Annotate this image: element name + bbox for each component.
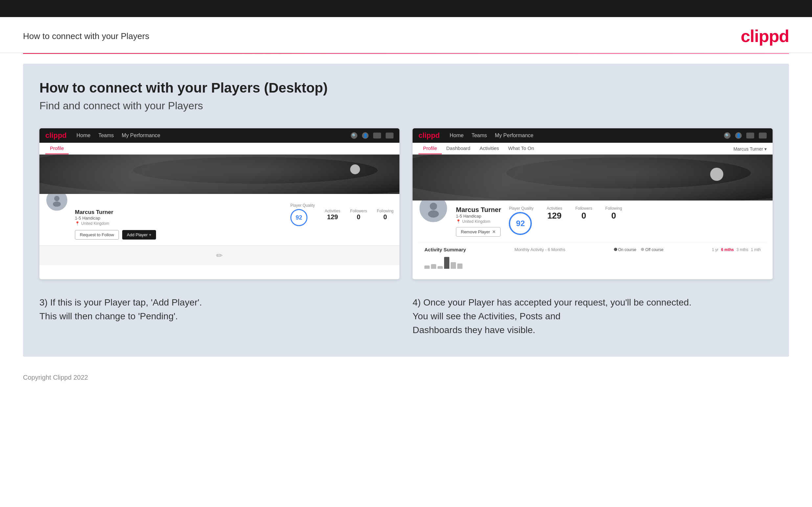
right-stat-activities: Activities 129: [547, 206, 562, 221]
section-subtitle: Find and connect with your Players: [39, 100, 773, 112]
golf-ball-right: [710, 168, 723, 181]
right-hero: [413, 155, 773, 201]
request-follow-button[interactable]: Request to Follow: [75, 230, 119, 239]
remove-x-icon: ✕: [492, 229, 496, 234]
left-stat-quality: Player Quality 92: [290, 203, 315, 226]
captions-row: 3) If this is your Player tap, 'Add Play…: [39, 296, 773, 337]
bar-3: [438, 266, 443, 269]
right-location: 📍 United Kingdom: [456, 219, 501, 224]
pencil-icon: ✏: [216, 251, 223, 260]
left-profile-buttons: Request to Follow Add Player +: [75, 230, 394, 239]
left-navbar: clippd Home Teams My Performance 🔍 👤: [39, 128, 399, 143]
left-nav-teams[interactable]: Teams: [98, 132, 114, 138]
filter-3mths[interactable]: 3 mths: [737, 247, 748, 252]
left-profile-content: Marcus Turner 1-5 Handicap 📍 United King…: [39, 194, 399, 245]
tab-what-to-on-right[interactable]: What To On: [504, 143, 539, 154]
left-profile-info: Marcus Turner 1-5 Handicap 📍 United King…: [75, 199, 113, 226]
left-stat-following: Following 0: [377, 209, 394, 221]
left-nav-links: Home Teams My Performance: [77, 132, 351, 138]
clippd-logo: clippd: [741, 26, 789, 46]
left-stats-row: Player Quality 92 Activities 129: [290, 203, 394, 226]
left-nav-performance[interactable]: My Performance: [122, 132, 160, 138]
right-profile-content: Marcus Turner 1-5 Handicap 📍 United King…: [413, 201, 773, 279]
right-navbar: clippd Home Teams My Performance 🔍 👤: [413, 128, 773, 143]
right-quality-circle: 92: [509, 212, 532, 235]
tab-activities-right[interactable]: Activities: [475, 143, 504, 154]
bar-6: [457, 264, 462, 269]
avatar-svg: [50, 193, 63, 207]
left-tab-bar: Profile: [39, 143, 399, 155]
svg-point-1: [53, 202, 61, 207]
activity-title: Activity Summary: [424, 247, 466, 252]
page-header: How to connect with your Players clippd: [0, 17, 812, 53]
copyright-text: Copyright Clippd 2022: [23, 374, 88, 381]
screenshot-left: clippd Home Teams My Performance 🔍 👤: [39, 128, 399, 279]
left-stat-activities: Activities 129: [325, 209, 340, 221]
user-icon[interactable]: 👤: [362, 132, 368, 139]
left-handicap: 1-5 Handicap: [75, 216, 113, 221]
hero-overlay: [39, 155, 399, 194]
chart-bars: [424, 256, 761, 269]
golf-ball-left: [350, 164, 360, 174]
left-player-name: Marcus Turner: [75, 209, 113, 216]
tab-dashboard-right[interactable]: Dashboard: [442, 143, 475, 154]
activity-header: Activity Summary Monthly Activity - 6 Mo…: [424, 247, 761, 252]
caption-left: 3) If this is your Player tap, 'Add Play…: [39, 296, 399, 337]
left-nav-icons: 🔍 👤: [351, 132, 394, 139]
bar-4: [444, 257, 449, 269]
filter-6mths[interactable]: 6 mths: [721, 247, 734, 252]
on-course-dot: [614, 248, 617, 251]
tab-profile-left[interactable]: Profile: [45, 143, 69, 154]
page-title: How to connect with your Players: [23, 31, 149, 41]
top-bar: [0, 0, 812, 17]
right-app-logo: clippd: [418, 131, 440, 140]
quality-circle-left: 92: [290, 209, 307, 226]
filter-1yr[interactable]: 1 yr: [712, 247, 718, 252]
caption-right: 4) Once your Player has accepted your re…: [413, 296, 773, 337]
bar-1: [424, 266, 429, 269]
right-nav-links: Home Teams My Performance: [450, 132, 724, 138]
page-footer: Copyright Clippd 2022: [0, 367, 812, 388]
activity-summary: Activity Summary Monthly Activity - 6 Mo…: [418, 242, 767, 273]
main-content: How to connect with your Players (Deskto…: [23, 64, 789, 357]
right-nav-icons: 🔍 👤: [724, 132, 767, 139]
right-nav-home[interactable]: Home: [450, 132, 464, 138]
right-location-pin-icon: 📍: [456, 219, 461, 224]
right-avatar-svg: [424, 200, 443, 218]
right-nav-teams[interactable]: Teams: [471, 132, 487, 138]
left-profile-row: Marcus Turner 1-5 Handicap 📍 United King…: [45, 189, 394, 239]
right-profile-icon[interactable]: [759, 132, 767, 138]
activity-subtitle: Monthly Activity - 6 Months: [514, 247, 565, 252]
right-settings-icon[interactable]: [746, 132, 754, 138]
right-nav-performance[interactable]: My Performance: [495, 132, 534, 138]
right-stat-following: Following 0: [605, 206, 622, 221]
right-user-icon[interactable]: 👤: [735, 132, 742, 139]
legend-on-course: On course: [614, 247, 637, 252]
location-pin-icon: 📍: [75, 221, 80, 226]
tab-player-name: Marcus Turner ▾: [733, 144, 767, 154]
add-player-button[interactable]: Add Player +: [122, 230, 156, 239]
tab-profile-right[interactable]: Profile: [418, 143, 442, 154]
screenshots-row: clippd Home Teams My Performance 🔍 👤: [39, 128, 773, 279]
left-nav-home[interactable]: Home: [77, 132, 91, 138]
bar-2: [431, 264, 436, 269]
activity-legend: On course Off course: [614, 247, 664, 252]
right-search-icon[interactable]: 🔍: [724, 132, 730, 139]
left-stat-followers: Followers 0: [350, 209, 367, 221]
search-icon[interactable]: 🔍: [351, 132, 357, 139]
time-filters: 1 yr 6 mths 3 mths 1 mth: [712, 247, 761, 252]
right-browser: clippd Home Teams My Performance 🔍 👤: [413, 128, 773, 279]
svg-point-2: [429, 203, 437, 210]
remove-player-button[interactable]: Remove Player ✕: [456, 227, 501, 237]
settings-icon[interactable]: [373, 132, 381, 138]
right-tab-bar: Profile Dashboard Activities What To On …: [413, 143, 773, 155]
section-title: How to connect with your Players (Deskto…: [39, 80, 773, 96]
left-hero: [39, 155, 399, 194]
off-course-dot: [641, 248, 644, 251]
right-player-name: Marcus Turner: [456, 206, 501, 214]
left-app-logo: clippd: [45, 131, 67, 140]
filter-1mth[interactable]: 1 mth: [751, 247, 761, 252]
profile-icon[interactable]: [386, 132, 394, 138]
left-screenshot-footer: ✏: [39, 245, 399, 265]
svg-point-0: [54, 196, 59, 201]
